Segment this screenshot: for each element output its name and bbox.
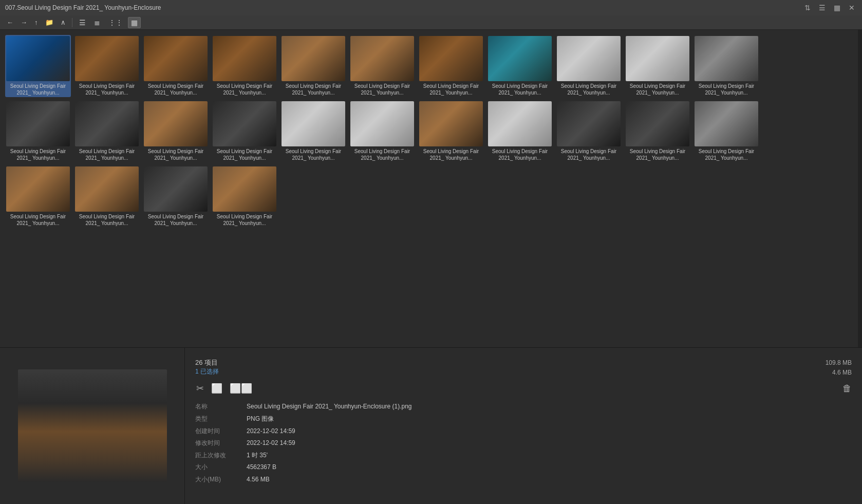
detail-view-button[interactable]: ≣ <box>91 17 103 28</box>
file-item[interactable]: Seoul Living Design Fair 2021_ Younhyun.… <box>5 165 71 228</box>
stats-left: 26 项目 1 已选择 <box>195 358 219 378</box>
file-label: Seoul Living Design Fair 2021_ Younhyun.… <box>6 83 70 96</box>
file-item[interactable]: Seoul Living Design Fair 2021_ Younhyun.… <box>349 100 415 162</box>
type-key: 类型 <box>195 414 241 425</box>
file-item[interactable]: Seoul Living Design Fair 2021_ Younhyun.… <box>694 100 759 162</box>
created-key: 创建时间 <box>195 426 241 437</box>
file-item[interactable]: Seoul Living Design Fair 2021_ Younhyun.… <box>143 35 209 97</box>
file-thumbnail <box>6 36 70 81</box>
file-label: Seoul Living Design Fair 2021_ Younhyun.… <box>213 148 276 161</box>
file-thumbnail <box>488 36 552 81</box>
file-label: Seoul Living Design Fair 2021_ Younhyun.… <box>75 213 139 227</box>
file-item[interactable]: Seoul Living Design Fair 2021_ Younhyun.… <box>143 165 209 228</box>
file-info-table: 名称 Seoul Living Design Fair 2021_ Younhy… <box>195 401 852 485</box>
sort-button[interactable]: ⇅ <box>802 3 813 13</box>
file-label: Seoul Living Design Fair 2021_ Younhyun.… <box>695 148 758 161</box>
last-open-key: 距上次修改 <box>195 450 241 461</box>
file-item[interactable]: Seoul Living Design Fair 2021_ Younhyun.… <box>5 100 71 162</box>
copy-button[interactable]: ⬜ <box>210 382 223 395</box>
file-thumbnail <box>557 36 621 81</box>
grid-view-button[interactable]: ▦ <box>128 17 141 28</box>
total-size: 109.8 MB <box>826 358 852 368</box>
file-label: Seoul Living Design Fair 2021_ Younhyun.… <box>6 148 70 161</box>
file-grid-area[interactable]: Seoul Living Design Fair 2021_ Younhyun.… <box>0 30 858 347</box>
window-title: 007.Seoul Living Design Fair 2021_ Younh… <box>5 4 161 11</box>
column-view-button[interactable]: ⋮⋮ <box>105 17 126 28</box>
file-label: Seoul Living Design Fair 2021_ Younhyun.… <box>626 148 689 161</box>
close-button[interactable]: ✕ <box>847 3 857 13</box>
file-label: Seoul Living Design Fair 2021_ Younhyun.… <box>144 83 208 96</box>
file-thumbnail <box>75 101 139 146</box>
file-label: Seoul Living Design Fair 2021_ Younhyun.… <box>282 148 345 161</box>
file-item[interactable]: Seoul Living Design Fair 2021_ Younhyun.… <box>625 35 690 97</box>
file-item[interactable]: Seoul Living Design Fair 2021_ Younhyun.… <box>556 100 622 162</box>
created-val: 2022-12-02 14:59 <box>247 426 852 437</box>
window-controls: ⇅ ☰ ▦ ✕ <box>802 3 857 13</box>
file-thumbnail <box>350 36 414 81</box>
file-item[interactable]: Seoul Living Design Fair 2021_ Younhyun.… <box>349 35 415 97</box>
scrollbar[interactable] <box>858 30 862 347</box>
file-thumbnail <box>419 36 483 81</box>
file-thumbnail <box>75 166 139 212</box>
forward-button[interactable]: → <box>18 17 30 27</box>
selected-count[interactable]: 1 已选择 <box>195 367 219 376</box>
preview-area <box>0 348 185 504</box>
file-item[interactable]: Seoul Living Design Fair 2021_ Younhyun.… <box>280 35 346 97</box>
file-item[interactable]: Seoul Living Design Fair 2021_ Younhyun.… <box>556 35 622 97</box>
folder-button[interactable]: 📁 <box>43 17 56 27</box>
toolbar: ← → ↑ 📁 ∧ ☰ ≣ ⋮⋮ ▦ <box>0 15 862 30</box>
file-item[interactable]: Seoul Living Design Fair 2021_ Younhyun.… <box>280 100 346 162</box>
list-view-button[interactable]: ☰ <box>76 17 89 28</box>
back-button[interactable]: ← <box>4 17 16 27</box>
file-thumbnail <box>6 101 70 146</box>
size-info: 109.8 MB 4.6 MB <box>826 358 852 378</box>
file-item[interactable]: Seoul Living Design Fair 2021_ Younhyun.… <box>418 35 484 97</box>
file-thumbnail <box>144 166 208 212</box>
file-grid: Seoul Living Design Fair 2021_ Younhyun.… <box>5 35 853 228</box>
file-label: Seoul Living Design Fair 2021_ Younhyun.… <box>419 148 483 161</box>
file-thumbnail <box>557 101 621 146</box>
file-item[interactable]: Seoul Living Design Fair 2021_ Younhyun.… <box>74 100 140 162</box>
file-label: Seoul Living Design Fair 2021_ Younhyun.… <box>557 83 621 96</box>
file-label: Seoul Living Design Fair 2021_ Younhyun.… <box>419 83 483 96</box>
file-item[interactable]: Seoul Living Design Fair 2021_ Younhyun.… <box>487 100 553 162</box>
list-button[interactable]: ☰ <box>817 3 828 13</box>
file-item[interactable]: Seoul Living Design Fair 2021_ Younhyun.… <box>625 100 690 162</box>
move-button[interactable]: ⬜⬜ <box>229 382 253 395</box>
file-thumbnail <box>282 36 345 81</box>
file-item[interactable]: Seoul Living Design Fair 2021_ Younhyun.… <box>74 165 140 228</box>
modified-key: 修改时间 <box>195 438 241 449</box>
file-item[interactable]: Seoul Living Design Fair 2021_ Younhyun.… <box>418 100 484 162</box>
share-button[interactable]: ✂ <box>195 382 205 395</box>
file-item[interactable]: Seoul Living Design Fair 2021_ Younhyun.… <box>212 165 277 228</box>
file-item[interactable]: Seoul Living Design Fair 2021_ Younhyun.… <box>212 100 277 162</box>
file-label: Seoul Living Design Fair 2021_ Younhyun.… <box>282 83 345 96</box>
tile-button[interactable]: ▦ <box>832 3 842 13</box>
file-thumbnail <box>419 101 483 146</box>
file-label: Seoul Living Design Fair 2021_ Younhyun.… <box>6 213 70 227</box>
file-label: Seoul Living Design Fair 2021_ Younhyun.… <box>144 148 208 161</box>
main-area: Seoul Living Design Fair 2021_ Younhyun.… <box>0 30 862 347</box>
file-item[interactable]: Seoul Living Design Fair 2021_ Younhyun.… <box>143 100 209 162</box>
up-button[interactable]: ↑ <box>32 17 41 27</box>
file-label: Seoul Living Design Fair 2021_ Younhyun.… <box>350 148 414 161</box>
type-val: PNG 图像 <box>247 414 852 425</box>
chevron-button[interactable]: ∧ <box>58 17 68 27</box>
bottom-panel: 26 项目 1 已选择 109.8 MB 4.6 MB ✂ ⬜ ⬜⬜ 🗑 名称 … <box>0 347 862 504</box>
size-mb-val: 4.56 MB <box>247 474 852 486</box>
file-label: Seoul Living Design Fair 2021_ Younhyun.… <box>488 148 552 161</box>
file-item[interactable]: Seoul Living Design Fair 2021_ Younhyun.… <box>212 35 277 97</box>
file-item[interactable]: Seoul Living Design Fair 2021_ Younhyun.… <box>74 35 140 97</box>
info-panel: 26 项目 1 已选择 109.8 MB 4.6 MB ✂ ⬜ ⬜⬜ 🗑 名称 … <box>185 348 862 504</box>
file-item[interactable]: Seoul Living Design Fair 2021_ Younhyun.… <box>5 35 71 97</box>
file-label: Seoul Living Design Fair 2021_ Younhyun.… <box>626 83 689 96</box>
file-item[interactable]: Seoul Living Design Fair 2021_ Younhyun.… <box>487 35 553 97</box>
file-thumbnail <box>144 36 208 81</box>
last-open-val: 1 时 35' <box>247 450 852 461</box>
file-label: Seoul Living Design Fair 2021_ Younhyun.… <box>213 213 276 227</box>
file-thumbnail <box>213 166 276 212</box>
file-thumbnail <box>350 101 414 146</box>
action-buttons: ✂ ⬜ ⬜⬜ 🗑 <box>195 382 852 395</box>
delete-button[interactable]: 🗑 <box>842 383 852 394</box>
file-item[interactable]: Seoul Living Design Fair 2021_ Younhyun.… <box>694 35 759 97</box>
